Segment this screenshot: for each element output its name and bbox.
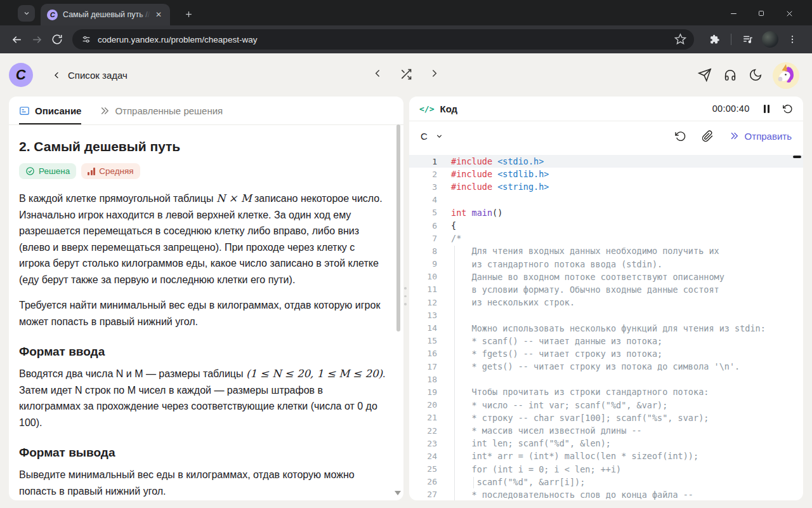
code-editor[interactable]: 1#include <stdio.h>2#include <stdlib.h>3…: [409, 150, 803, 500]
code-line[interactable]: 11 в условии формату. Обычно входные дан…: [409, 283, 803, 296]
code-line[interactable]: 8 Для чтения входных данных необходимо п…: [409, 244, 803, 257]
code-panel: </> Код 00:00:40 C: [409, 97, 803, 500]
tab-description-label: Описание: [35, 105, 81, 116]
line-number: 13: [409, 311, 437, 320]
panel-resize-handle[interactable]: [404, 287, 407, 305]
line-number: 25: [409, 464, 437, 474]
code-text: * gets() -- читает строку из потока до с…: [451, 361, 740, 371]
browser-profile-avatar[interactable]: [762, 31, 778, 48]
window-maximize-button[interactable]: [747, 5, 775, 22]
difficulty-badge: Средняя: [81, 163, 140, 179]
code-line[interactable]: 23 int len; scanf("%d", &len);: [409, 437, 803, 450]
code-line[interactable]: 7/*: [409, 232, 803, 244]
code-line[interactable]: 20 * число -- int var; scanf("%d", &var)…: [409, 399, 803, 411]
tab-description[interactable]: Описание: [19, 105, 81, 124]
code-line[interactable]: 17 * gets() -- читает строку из потока д…: [409, 360, 803, 373]
media-controls-button[interactable]: [738, 29, 758, 50]
code-line[interactable]: 13: [409, 309, 803, 321]
line-number: 6: [409, 221, 437, 231]
line-number: 17: [409, 362, 437, 371]
code-text: * массив чисел известной длины --: [451, 425, 642, 436]
scroll-down-arrow[interactable]: [395, 491, 401, 495]
code-line[interactable]: 22 * массив чисел известной длины --: [409, 424, 803, 437]
user-avatar[interactable]: [773, 62, 799, 89]
timer-reset-button[interactable]: [782, 104, 793, 114]
line-number: 2: [409, 170, 437, 179]
difficulty-bars-icon: [88, 168, 95, 175]
submit-button[interactable]: Отправить: [729, 131, 792, 142]
random-problem-button[interactable]: [400, 68, 412, 81]
chevron-down-icon: [435, 132, 443, 140]
dark-theme-toggle[interactable]: [749, 68, 763, 82]
line-number: 10: [409, 272, 437, 281]
tab-close-icon[interactable]: ✕: [153, 9, 164, 20]
section-heading: Формат вывода: [19, 446, 387, 460]
code-line[interactable]: 14 Можно использовать несколько функций …: [409, 321, 803, 334]
code-line[interactable]: 12 из нескольких строк.: [409, 296, 803, 309]
line-number: 12: [409, 298, 437, 307]
bookmark-star-icon[interactable]: [674, 33, 686, 45]
language-selector[interactable]: C: [421, 131, 443, 142]
tab-submitted-solutions[interactable]: Отправленные решения: [99, 105, 223, 124]
tab-strip: C Самый дешевый путь // CodeR ✕: [0, 0, 812, 25]
code-text: int len; scanf("%d", &len);: [451, 438, 611, 448]
timer-pause-button[interactable]: [764, 105, 770, 113]
code-line[interactable]: 6{: [409, 219, 803, 232]
code-line[interactable]: 5int main(): [409, 206, 803, 219]
toolbar-separator: [731, 34, 731, 45]
puzzle-icon: [709, 34, 720, 45]
next-problem-button[interactable]: [429, 68, 440, 79]
address-bar[interactable]: coderun.yandex.ru/problem/cheapest-way: [72, 29, 694, 50]
extensions-button[interactable]: [704, 29, 724, 50]
attach-file-button[interactable]: [702, 130, 714, 142]
code-line[interactable]: 16 * fgets() -- читает строку из потока;: [409, 347, 803, 360]
section-heading: Формат ввода: [19, 345, 387, 359]
indent-guide: [454, 246, 455, 500]
code-text: * число -- int var; scanf("%d", &var);: [451, 400, 667, 410]
code-line[interactable]: 1#include <stdio.h>: [409, 155, 803, 168]
code-line[interactable]: 19 Чтобы прочитать из строки стандартног…: [409, 385, 803, 398]
code-line[interactable]: 9 из стандартного потока ввода (stdin).: [409, 258, 803, 271]
browser-tab[interactable]: C Самый дешевый путь // CodeR ✕: [41, 4, 170, 25]
support-headphones-button[interactable]: [723, 68, 737, 82]
problem-tabs: Описание Отправленные решения: [9, 97, 403, 125]
code-line[interactable]: 4: [409, 194, 803, 206]
line-number: 5: [409, 208, 437, 217]
code-text: Чтобы прочитать из строки стандартного п…: [451, 387, 709, 397]
line-number: 1: [409, 157, 437, 166]
description-card-icon: [19, 105, 30, 116]
code-line[interactable]: 18: [409, 373, 803, 385]
browser-menu-button[interactable]: [782, 29, 802, 50]
tab-search-button[interactable]: [18, 5, 35, 22]
code-line[interactable]: 25 for (int i = 0; i < len; ++i): [409, 463, 803, 476]
code-brackets-icon: </>: [419, 104, 434, 114]
editor-scrollbar-thumb[interactable]: [793, 156, 801, 158]
code-line[interactable]: 24 int* arr = (int*) malloc(len * sizeof…: [409, 450, 803, 462]
code-line[interactable]: 15 * scanf() -- читает данные из потока;: [409, 335, 803, 347]
code-text: * scanf() -- читает данные из потока;: [451, 336, 662, 346]
share-telegram-button[interactable]: [698, 68, 712, 82]
arrow-left-icon: [11, 34, 23, 46]
code-line[interactable]: 2#include <stdlib.h>: [409, 168, 803, 180]
code-line[interactable]: 26 scanf("%d", &arr[i]);: [409, 476, 803, 488]
code-line[interactable]: 10 Данные во входном потоке соответствую…: [409, 271, 803, 283]
code-line[interactable]: 3#include <string.h>: [409, 180, 803, 193]
new-tab-button[interactable]: [180, 6, 197, 22]
window-close-button[interactable]: [775, 5, 803, 22]
status-badge-solved: Решена: [19, 163, 76, 179]
back-button[interactable]: [6, 29, 27, 50]
code-line[interactable]: 27 * последовательность слов до конца фа…: [409, 488, 803, 500]
code-line[interactable]: 21 * строку -- char svar[100]; scanf("%s…: [409, 411, 803, 424]
paperclip-icon: [702, 130, 714, 142]
description-scrollbar-thumb[interactable]: [396, 124, 400, 331]
line-number: 7: [409, 234, 437, 243]
reload-button[interactable]: [47, 29, 67, 50]
previous-problem-button[interactable]: [372, 68, 383, 79]
window-minimize-button[interactable]: [719, 5, 747, 22]
code-text: /*: [451, 233, 461, 243]
site-info-icon[interactable]: [81, 34, 91, 44]
undo-button[interactable]: [674, 130, 686, 142]
forward-button[interactable]: [27, 29, 47, 50]
code-text: scanf("%d", &arr[i]);: [451, 477, 585, 487]
code-text: #include <string.h>: [451, 182, 549, 192]
